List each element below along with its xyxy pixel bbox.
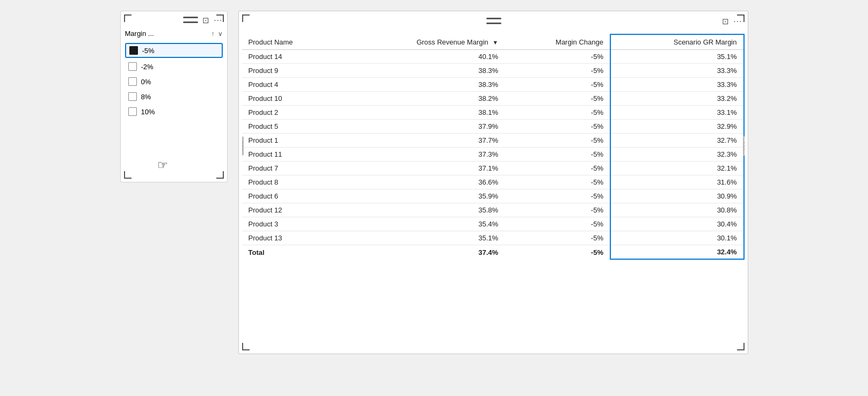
slicer-toolbar: ⊡ ··· bbox=[125, 16, 223, 25]
table-corner-tl bbox=[242, 14, 250, 22]
cell-scenario-4: 33.1% bbox=[610, 106, 744, 120]
slicer-checkbox-neg2[interactable] bbox=[128, 62, 137, 71]
table-row: Product 1 37.7% -5% 32.7% bbox=[242, 134, 744, 148]
expand-icon[interactable] bbox=[183, 17, 198, 25]
cell-change-0: -5% bbox=[505, 50, 610, 64]
slicer-item-neg2[interactable]: -2% bbox=[125, 60, 223, 73]
cell-gross-3: 38.2% bbox=[341, 92, 505, 106]
slicer-label-10: 10% bbox=[141, 108, 155, 116]
slicer-panel: ⊡ ··· Margin ... ↑ ∨ -5% -2% 0% ☞ 8% 10% bbox=[120, 11, 228, 182]
sort-desc-icon[interactable]: ∨ bbox=[218, 30, 223, 38]
slicer-item-neg5[interactable]: -5% bbox=[125, 43, 223, 58]
cell-name-6: Product 1 bbox=[242, 134, 341, 148]
cell-change-7: -5% bbox=[505, 148, 610, 162]
slicer-item-0[interactable]: 0% ☞ bbox=[125, 75, 223, 88]
cell-scenario-10: 30.9% bbox=[610, 189, 744, 203]
table-row: Product 11 37.3% -5% 32.3% bbox=[242, 148, 744, 162]
table-panel: ⊡ ··· Product Name Gross Revenue Margin … bbox=[238, 11, 748, 354]
slicer-checkbox-10[interactable] bbox=[128, 107, 137, 116]
total-row: Total 37.4% -5% 32.4% bbox=[242, 245, 744, 260]
cell-change-6: -5% bbox=[505, 134, 610, 148]
cell-change-9: -5% bbox=[505, 175, 610, 189]
slicer-item-10[interactable]: 10% bbox=[125, 105, 223, 118]
cell-gross-4: 38.1% bbox=[341, 106, 505, 120]
table-row: Product 5 37.9% -5% 32.9% bbox=[242, 120, 744, 134]
cell-change-2: -5% bbox=[505, 78, 610, 92]
table-row: Product 9 38.3% -5% 33.3% bbox=[242, 64, 744, 78]
cell-name-5: Product 5 bbox=[242, 120, 341, 134]
cell-change-1: -5% bbox=[505, 64, 610, 78]
slicer-checkbox-8[interactable] bbox=[128, 92, 137, 101]
cell-name-4: Product 2 bbox=[242, 106, 341, 120]
slicer-item-8[interactable]: 8% bbox=[125, 90, 223, 103]
cursor-hand: ☞ bbox=[157, 158, 168, 172]
sort-asc-icon[interactable]: ↑ bbox=[211, 30, 215, 38]
cell-name-9: Product 8 bbox=[242, 175, 341, 189]
cell-gross-11: 35.8% bbox=[341, 203, 505, 217]
cell-gross-9: 36.6% bbox=[341, 175, 505, 189]
cell-scenario-6: 32.7% bbox=[610, 134, 744, 148]
cell-change-12: -5% bbox=[505, 217, 610, 231]
cell-gross-5: 37.9% bbox=[341, 120, 505, 134]
slicer-label-0: 0% bbox=[141, 78, 151, 86]
corner-tr bbox=[216, 14, 224, 22]
cell-name-13: Product 13 bbox=[242, 231, 341, 245]
total-change: -5% bbox=[505, 245, 610, 260]
cell-change-13: -5% bbox=[505, 231, 610, 245]
cell-name-7: Product 11 bbox=[242, 148, 341, 162]
cell-change-4: -5% bbox=[505, 106, 610, 120]
table-expand-layout-icon[interactable]: ⊡ bbox=[722, 17, 729, 26]
table-corner-bl bbox=[242, 343, 250, 350]
table-row: Product 3 35.4% -5% 30.4% bbox=[242, 217, 744, 231]
cell-change-3: -5% bbox=[505, 92, 610, 106]
cell-gross-10: 35.9% bbox=[341, 189, 505, 203]
table-row: Product 4 38.3% -5% 33.3% bbox=[242, 78, 744, 92]
expand-layout-icon[interactable]: ⊡ bbox=[202, 16, 209, 25]
cell-gross-8: 37.1% bbox=[341, 162, 505, 175]
cell-scenario-8: 32.1% bbox=[610, 162, 744, 175]
col-header-margin-change: Margin Change bbox=[505, 34, 610, 50]
cell-change-11: -5% bbox=[505, 203, 610, 217]
cell-scenario-3: 33.2% bbox=[610, 92, 744, 106]
slicer-title: Margin ... bbox=[125, 30, 154, 38]
gross-revenue-label: Gross Revenue Margin bbox=[417, 38, 488, 46]
slicer-label-neg2: -2% bbox=[141, 63, 154, 71]
filter-icon[interactable]: ▼ bbox=[492, 39, 498, 46]
slicer-sort-icons: ↑ ∨ bbox=[211, 30, 223, 38]
slicer-label-8: 8% bbox=[141, 93, 151, 101]
col-header-scenario: Scenario GR Margin bbox=[610, 34, 744, 50]
cell-scenario-9: 31.6% bbox=[610, 175, 744, 189]
table-row: Product 8 36.6% -5% 31.6% bbox=[242, 175, 744, 189]
slicer-header: Margin ... ↑ ∨ bbox=[125, 30, 223, 38]
corner-tl bbox=[124, 14, 132, 22]
cell-gross-13: 35.1% bbox=[341, 231, 505, 245]
cell-scenario-0: 35.1% bbox=[610, 50, 744, 64]
cell-scenario-7: 32.3% bbox=[610, 148, 744, 162]
cell-change-8: -5% bbox=[505, 162, 610, 175]
cell-gross-7: 37.3% bbox=[341, 148, 505, 162]
right-resize-handle[interactable] bbox=[743, 136, 745, 156]
table-row: Product 12 35.8% -5% 30.8% bbox=[242, 203, 744, 217]
table-corner-br bbox=[737, 343, 745, 350]
slicer-checkbox-0[interactable] bbox=[128, 77, 137, 86]
cell-name-11: Product 12 bbox=[242, 203, 341, 217]
total-gross: 37.4% bbox=[341, 245, 505, 260]
col-header-product-name: Product Name bbox=[242, 34, 341, 50]
cell-name-3: Product 10 bbox=[242, 92, 341, 106]
cell-name-0: Product 14 bbox=[242, 50, 341, 64]
col-header-gross-revenue[interactable]: Gross Revenue Margin ▼ bbox=[341, 34, 505, 50]
left-resize-handle[interactable] bbox=[242, 136, 244, 156]
cell-name-2: Product 4 bbox=[242, 78, 341, 92]
cell-scenario-1: 33.3% bbox=[610, 64, 744, 78]
table-toolbar: ⊡ ··· bbox=[242, 17, 745, 26]
slicer-checkbox-neg5[interactable] bbox=[129, 46, 138, 55]
table-row: Product 6 35.9% -5% 30.9% bbox=[242, 189, 744, 203]
table-expand-icon[interactable] bbox=[486, 18, 501, 26]
cell-name-12: Product 3 bbox=[242, 217, 341, 231]
table-row: Product 7 37.1% -5% 32.1% bbox=[242, 162, 744, 175]
cell-change-10: -5% bbox=[505, 189, 610, 203]
cell-scenario-11: 30.8% bbox=[610, 203, 744, 217]
corner-bl bbox=[124, 171, 132, 179]
total-scenario: 32.4% bbox=[610, 245, 744, 260]
table-row: Product 13 35.1% -5% 30.1% bbox=[242, 231, 744, 245]
